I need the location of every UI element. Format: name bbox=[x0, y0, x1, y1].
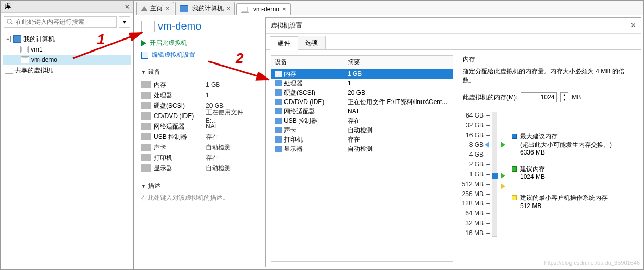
close-icon[interactable]: × bbox=[227, 5, 230, 12]
vm-icon bbox=[241, 6, 249, 13]
tree-item-vm-demo[interactable]: vm-demo bbox=[3, 55, 131, 65]
device-name: 打印机 bbox=[154, 153, 206, 162]
tree-item-vm1[interactable]: vm1 bbox=[3, 44, 131, 55]
marker-min-icon bbox=[501, 183, 505, 189]
tab-vm-demo[interactable]: vm-demo × bbox=[236, 3, 291, 15]
device-row[interactable]: 处理器1 bbox=[141, 90, 256, 100]
memory-spinner[interactable]: ▲▼ bbox=[560, 92, 568, 102]
note-min: 建议的最小客户机操作系统内存 512 MB bbox=[512, 194, 612, 210]
close-icon[interactable]: × bbox=[282, 6, 286, 13]
device-name: 内存 bbox=[154, 81, 206, 89]
tree-shared-vms[interactable]: 共享的虚拟机 bbox=[3, 65, 131, 75]
tree-root-label: 我的计算机 bbox=[23, 35, 55, 44]
library-panel: 库 × ▾ − 我的计算机 vm1 vm-demo 共享的虚拟机 bbox=[1, 1, 134, 269]
computer-icon bbox=[180, 5, 188, 12]
tab-hardware[interactable]: 硬件 bbox=[270, 36, 298, 50]
yellow-swatch-icon bbox=[512, 195, 517, 200]
hw-name: 硬盘(SCSI) bbox=[284, 88, 315, 97]
scale-tick: 256 MB – bbox=[462, 190, 490, 198]
hardware-row[interactable]: 声卡自动检测 bbox=[271, 125, 453, 135]
memory-desc: 指定分配给此虚拟机的内存量。内存大小必须为 4 MB 的倍数。 bbox=[463, 67, 630, 85]
device-row[interactable]: 打印机存在 bbox=[141, 152, 256, 163]
hw-value: 1 bbox=[348, 80, 351, 87]
hardware-row[interactable]: 处理器1 bbox=[271, 79, 453, 88]
search-dropdown-button[interactable]: ▾ bbox=[119, 16, 130, 28]
collapse-icon[interactable]: − bbox=[5, 36, 11, 42]
device-icon bbox=[141, 92, 151, 99]
hw-value: 自动检测 bbox=[348, 126, 373, 135]
device-icon bbox=[275, 89, 282, 96]
vm-title: vm-demo bbox=[158, 20, 201, 32]
scale-tick: 32 GB – bbox=[466, 122, 490, 129]
close-icon[interactable]: × bbox=[631, 21, 636, 30]
blue-swatch-icon bbox=[512, 134, 517, 139]
device-value: 正在使用文件 E:... bbox=[206, 108, 256, 124]
tab-home[interactable]: 主页 × bbox=[136, 2, 174, 15]
start-vm-link[interactable]: 开启此虚拟机 bbox=[141, 38, 256, 47]
hw-name: 声卡 bbox=[284, 126, 296, 135]
hardware-row[interactable]: 硬盘(SCSI)20 GB bbox=[271, 88, 453, 97]
device-icon bbox=[141, 123, 151, 130]
hardware-row[interactable]: 显示器自动检测 bbox=[271, 144, 453, 153]
vm-icon bbox=[21, 56, 29, 63]
close-icon[interactable]: × bbox=[125, 3, 129, 11]
computer-icon bbox=[13, 35, 21, 43]
memory-header: 内存 bbox=[463, 55, 630, 64]
hw-value: 存在 bbox=[348, 117, 360, 125]
device-value: NAT bbox=[206, 123, 218, 130]
devices-header[interactable]: 设备 bbox=[141, 68, 256, 76]
device-icon bbox=[275, 108, 282, 114]
device-icon bbox=[275, 71, 282, 77]
marker-max-pointer bbox=[485, 142, 489, 148]
green-swatch-icon bbox=[512, 166, 517, 172]
device-icon bbox=[275, 146, 282, 152]
desc-header[interactable]: 描述 bbox=[141, 182, 256, 190]
hardware-row[interactable]: 内存1 GB bbox=[271, 69, 453, 79]
search-input[interactable] bbox=[4, 16, 117, 28]
hw-name: 网络适配器 bbox=[284, 107, 315, 116]
device-icon bbox=[275, 99, 282, 105]
device-icon bbox=[141, 112, 151, 120]
device-row[interactable]: 内存1 GB bbox=[141, 80, 256, 90]
hardware-row[interactable]: 打印机存在 bbox=[271, 135, 453, 144]
marker-current[interactable] bbox=[492, 173, 498, 179]
device-row[interactable]: 声卡自动检测 bbox=[141, 142, 256, 152]
device-name: CD/DVD (IDE) bbox=[154, 112, 206, 120]
annotation-1: 1 bbox=[97, 31, 105, 48]
desc-placeholder[interactable]: 在此处键入对该虚拟机的描述。 bbox=[141, 194, 256, 202]
hardware-row[interactable]: CD/DVD (IDE)正在使用文件 E:\IT资料\linux\Cent... bbox=[271, 97, 453, 107]
memory-input[interactable] bbox=[521, 92, 557, 102]
device-name: 硬盘(SCSI) bbox=[154, 101, 206, 110]
hw-value: 存在 bbox=[348, 135, 360, 144]
scale-tick: 64 GB – bbox=[466, 112, 490, 119]
memory-scale[interactable]: 64 GB –32 GB –16 GB –8 GB –4 GB –2 GB –1… bbox=[463, 112, 497, 237]
hardware-list: 设备 摘要 内存1 GB处理器1硬盘(SCSI)20 GBCD/DVD (IDE… bbox=[271, 55, 453, 262]
hw-name: 处理器 bbox=[284, 79, 303, 88]
hw-name: USB 控制器 bbox=[284, 117, 317, 125]
device-icon bbox=[141, 144, 151, 151]
device-row[interactable]: CD/DVD (IDE)正在使用文件 E:... bbox=[141, 111, 256, 121]
chevron-down-icon[interactable]: ▼ bbox=[561, 97, 568, 102]
tree-root-mycomputer[interactable]: − 我的计算机 bbox=[3, 34, 131, 44]
vm-icon bbox=[20, 46, 29, 53]
hardware-row[interactable]: 网络适配器NAT bbox=[271, 107, 453, 116]
hw-name: 显示器 bbox=[284, 145, 303, 153]
device-value: 存在 bbox=[206, 133, 218, 142]
panel-title: 库 bbox=[5, 2, 11, 11]
device-row[interactable]: 显示器自动检测 bbox=[141, 163, 256, 173]
hw-value: 1 GB bbox=[348, 70, 362, 78]
note-max: 最大建议内存 (超出此大小可能发生内存交换。) 6336 MB bbox=[512, 133, 612, 157]
memory-unit: MB bbox=[572, 94, 581, 101]
tab-options[interactable]: 选项 bbox=[298, 36, 326, 49]
hardware-row[interactable]: USB 控制器存在 bbox=[271, 116, 453, 125]
device-icon bbox=[275, 136, 282, 143]
tab-mycomputer[interactable]: 我的计算机 × bbox=[175, 2, 235, 15]
chevron-up-icon[interactable]: ▲ bbox=[561, 93, 568, 97]
device-icon bbox=[275, 127, 282, 133]
device-value: 1 GB bbox=[206, 81, 220, 88]
scale-tick: 128 MB – bbox=[462, 200, 490, 207]
panel-header: 库 × bbox=[1, 1, 133, 13]
device-row[interactable]: USB 控制器存在 bbox=[141, 132, 256, 142]
hw-value: 20 GB bbox=[348, 89, 365, 96]
close-icon[interactable]: × bbox=[166, 5, 169, 12]
